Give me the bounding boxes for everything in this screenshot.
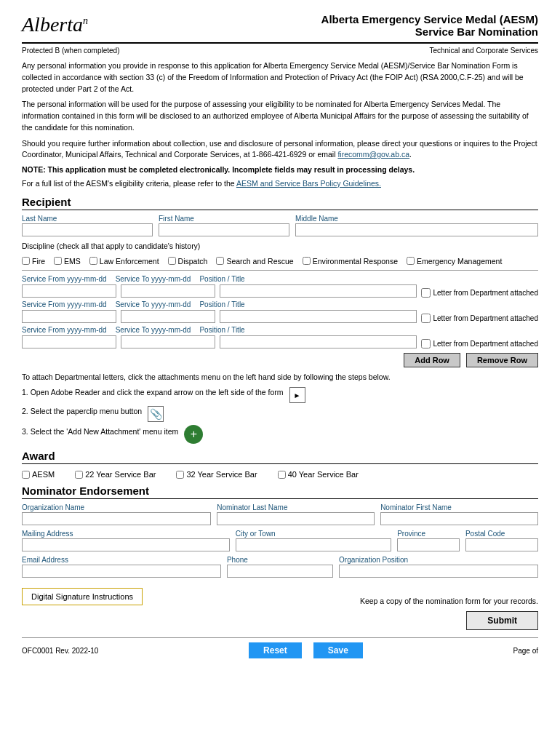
label-dispatch: Dispatch bbox=[178, 257, 208, 266]
step1-row: 1. Open Adobe Reader and click the expan… bbox=[22, 387, 538, 403]
phone-input[interactable] bbox=[227, 565, 333, 578]
save-button[interactable]: Save bbox=[313, 642, 363, 658]
footer-buttons: Reset Save bbox=[249, 642, 363, 658]
svc-to-label-1: Service To yyyy-mm-dd bbox=[116, 275, 191, 284]
row-button-group: Add Row Remove Row bbox=[22, 353, 538, 367]
org-name-input[interactable] bbox=[22, 512, 211, 525]
checkbox-sar[interactable] bbox=[216, 257, 224, 265]
first-name-group: First Name bbox=[159, 215, 289, 236]
phone-label: Phone bbox=[227, 556, 333, 564]
letter-checkbox-3[interactable] bbox=[421, 339, 431, 348]
step3-text: 3. Select the 'Add New Attachment' menu … bbox=[22, 426, 178, 438]
svc-from-input-3[interactable] bbox=[22, 335, 116, 348]
svc-to-input-2[interactable] bbox=[121, 310, 215, 323]
privacy-para1: Any personal information you provide in … bbox=[22, 60, 538, 95]
discipline-checkboxes: Fire EMS Law Enforcement Dispatch Search… bbox=[22, 257, 538, 266]
svc-to-label-3: Service To yyyy-mm-dd bbox=[116, 326, 191, 335]
privacy-para2: The personal information will be used fo… bbox=[22, 99, 538, 133]
label-32year: 32 Year Service Bar bbox=[186, 470, 257, 479]
check-emergency[interactable]: Emergency Management bbox=[407, 257, 502, 266]
submit-row: Submit bbox=[22, 611, 538, 630]
check-aesm[interactable]: AESM bbox=[22, 470, 55, 479]
label-40year: 40 Year Service Bar bbox=[288, 470, 359, 479]
position-input-2[interactable] bbox=[220, 310, 417, 323]
privacy-para3: Should you require further information a… bbox=[22, 138, 538, 162]
letter-checkbox-1[interactable] bbox=[421, 288, 431, 298]
letter-check-3[interactable]: Letter from Department attached bbox=[421, 339, 538, 348]
add-row-button[interactable]: Add Row bbox=[404, 353, 460, 367]
checkbox-env[interactable] bbox=[303, 257, 311, 265]
province-input[interactable] bbox=[397, 538, 460, 551]
checkbox-22year[interactable] bbox=[75, 471, 83, 479]
checkbox-32year[interactable] bbox=[176, 471, 184, 479]
checkbox-ems[interactable] bbox=[54, 257, 62, 265]
svc-from-input-1[interactable] bbox=[22, 284, 116, 298]
position-input-3[interactable] bbox=[220, 335, 417, 348]
checkbox-law[interactable] bbox=[89, 257, 97, 265]
discipline-label: Discipline (check all that apply to cand… bbox=[22, 241, 538, 252]
sub-header: Protected B (when completed) Technical a… bbox=[22, 47, 538, 55]
service-row-3: Service From yyyy-mm-dd Service To yyyy-… bbox=[22, 326, 538, 348]
checkbox-fire[interactable] bbox=[22, 257, 30, 265]
check-sar[interactable]: Search and Rescue bbox=[216, 257, 293, 266]
city-input[interactable] bbox=[236, 538, 391, 551]
letter-check-1[interactable]: Letter from Department attached bbox=[421, 288, 538, 298]
nominator-row2: Mailing Address City or Town Province Po… bbox=[22, 530, 538, 551]
last-name-input[interactable] bbox=[22, 223, 153, 236]
email-link[interactable]: firecomm@gov.ab.ca bbox=[337, 150, 409, 159]
check-law[interactable]: Law Enforcement bbox=[89, 257, 159, 266]
svc-to-input-1[interactable] bbox=[121, 284, 215, 298]
reset-button[interactable]: Reset bbox=[249, 642, 302, 658]
nom-last-input[interactable] bbox=[217, 512, 375, 525]
check-dispatch[interactable]: Dispatch bbox=[168, 257, 208, 266]
check-fire[interactable]: Fire bbox=[22, 257, 45, 266]
checkbox-emergency[interactable] bbox=[407, 257, 415, 265]
service-inputs-2: Letter from Department attached bbox=[22, 310, 538, 323]
city-label: City or Town bbox=[236, 530, 391, 538]
first-name-input[interactable] bbox=[159, 223, 289, 236]
nom-first-label: Nominator First Name bbox=[380, 503, 538, 511]
award-heading: Award bbox=[22, 450, 538, 464]
mailing-input[interactable] bbox=[22, 538, 230, 551]
check-40year[interactable]: 40 Year Service Bar bbox=[278, 470, 359, 479]
department-label: Technical and Corporate Services bbox=[429, 47, 538, 55]
middle-name-input[interactable] bbox=[295, 223, 538, 236]
expand-arrow-icon: ► bbox=[289, 387, 305, 403]
form-title: Alberta Emergency Service Medal (AESM) S… bbox=[321, 13, 538, 38]
nom-first-input[interactable] bbox=[380, 512, 538, 525]
label-sar: Search and Rescue bbox=[226, 257, 293, 266]
policy-link[interactable]: AESM and Service Bars Policy Guidelines. bbox=[236, 179, 381, 188]
org-name-group: Organization Name bbox=[22, 503, 211, 525]
position-input-1[interactable] bbox=[220, 284, 417, 298]
criteria-text: For a full list of the AESM's eligibilit… bbox=[22, 178, 538, 190]
checkbox-40year[interactable] bbox=[278, 471, 286, 479]
mailing-label: Mailing Address bbox=[22, 530, 230, 538]
step1-text: 1. Open Adobe Reader and click the expan… bbox=[22, 387, 284, 399]
letter-check-2[interactable]: Letter from Department attached bbox=[421, 314, 538, 323]
org-position-input[interactable] bbox=[339, 565, 538, 578]
letter-checkbox-2[interactable] bbox=[421, 314, 431, 323]
svc-from-input-2[interactable] bbox=[22, 310, 116, 323]
svc-from-label-3: Service From yyyy-mm-dd bbox=[22, 326, 107, 335]
digital-signature-button[interactable]: Digital Signature Instructions bbox=[22, 588, 143, 605]
postal-input[interactable] bbox=[465, 538, 538, 551]
label-22year: 22 Year Service Bar bbox=[85, 470, 156, 479]
check-32year[interactable]: 32 Year Service Bar bbox=[176, 470, 257, 479]
label-emergency: Emergency Management bbox=[417, 257, 502, 266]
check-22year[interactable]: 22 Year Service Bar bbox=[75, 470, 156, 479]
check-env[interactable]: Environmental Response bbox=[303, 257, 398, 266]
note-text: NOTE: This application must be completed… bbox=[22, 165, 538, 174]
svc-to-input-3[interactable] bbox=[121, 335, 215, 348]
email-input[interactable] bbox=[22, 565, 221, 578]
svc-from-label-1: Service From yyyy-mm-dd bbox=[22, 275, 107, 284]
last-name-group: Last Name bbox=[22, 215, 153, 236]
nominator-row1: Organization Name Nominator Last Name No… bbox=[22, 503, 538, 525]
remove-row-button[interactable]: Remove Row bbox=[466, 353, 538, 367]
name-row: Last Name First Name Middle Name bbox=[22, 215, 538, 236]
checkbox-aesm[interactable] bbox=[22, 471, 30, 479]
check-ems[interactable]: EMS bbox=[54, 257, 81, 266]
checkbox-dispatch[interactable] bbox=[168, 257, 176, 265]
first-name-label: First Name bbox=[159, 215, 289, 223]
submit-button[interactable]: Submit bbox=[466, 611, 538, 630]
page-header: Albertan Alberta Emergency Service Medal… bbox=[22, 13, 538, 44]
